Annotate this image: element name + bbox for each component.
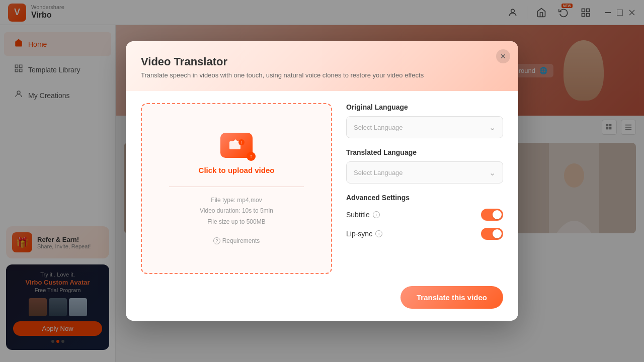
video-translator-modal: Video Translator Translate speech in vid… — [126, 41, 518, 321]
modal-body: ↑ Click to upload video File type: mp4,m… — [126, 91, 518, 286]
subtitle-info-icon[interactable]: i — [373, 211, 380, 218]
lipsync-label: Lip-sync — [346, 230, 372, 238]
modal-title: Video Translator — [141, 55, 503, 68]
file-type: File type: mp4,mov — [200, 195, 273, 206]
modal-footer: Translate this video — [126, 286, 518, 321]
upload-text: Click to upload video — [199, 166, 275, 174]
translated-language-arrow: ⌄ — [489, 168, 496, 177]
advanced-settings-label: Advanced Settings — [346, 194, 503, 202]
modal-overlay: Video Translator Translate speech in vid… — [0, 0, 644, 362]
modal-subtitle: Translate speech in videos with one touc… — [141, 71, 503, 79]
upload-divider — [169, 187, 304, 187]
original-language-arrow: ⌄ — [489, 123, 496, 132]
lipsync-toggle[interactable] — [481, 228, 503, 240]
upload-meta: File type: mp4,mov Video duration: 10s t… — [200, 195, 273, 228]
translated-language-placeholder: Select Language — [354, 169, 403, 176]
svg-text:↑: ↑ — [240, 140, 243, 145]
translated-language-label: Translated Language — [346, 148, 503, 156]
lipsync-setting-name: Lip-sync i — [346, 230, 382, 238]
modal-close-button[interactable]: ✕ — [496, 49, 510, 63]
subtitle-setting-row: Subtitle i — [346, 209, 503, 221]
subtitle-setting-name: Subtitle i — [346, 211, 380, 219]
translated-language-select[interactable]: Select Language ⌄ — [346, 161, 503, 184]
upload-icon: ↑ — [220, 133, 253, 158]
requirements-label: Requirements — [222, 237, 260, 244]
settings-panel: Original Language Select Language ⌄ Tran… — [332, 103, 503, 274]
file-size: File size up to 500MB — [200, 217, 273, 228]
lipsync-info-icon[interactable]: i — [375, 230, 382, 237]
video-duration: Video duration: 10s to 5min — [200, 206, 273, 217]
original-language-placeholder: Select Language — [354, 124, 403, 131]
lipsync-setting-row: Lip-sync i — [346, 228, 503, 240]
subtitle-toggle[interactable] — [481, 209, 503, 221]
translate-button[interactable]: Translate this video — [400, 286, 503, 309]
original-language-label: Original Language — [346, 103, 503, 111]
original-language-select[interactable]: Select Language ⌄ — [346, 116, 503, 138]
upload-area[interactable]: ↑ Click to upload video File type: mp4,m… — [141, 103, 332, 274]
requirements-icon: ? — [213, 237, 220, 244]
modal-header: Video Translator Translate speech in vid… — [126, 41, 518, 91]
requirements-link[interactable]: ? Requirements — [213, 237, 260, 244]
subtitle-label: Subtitle — [346, 211, 370, 219]
svg-marker-30 — [232, 139, 238, 142]
